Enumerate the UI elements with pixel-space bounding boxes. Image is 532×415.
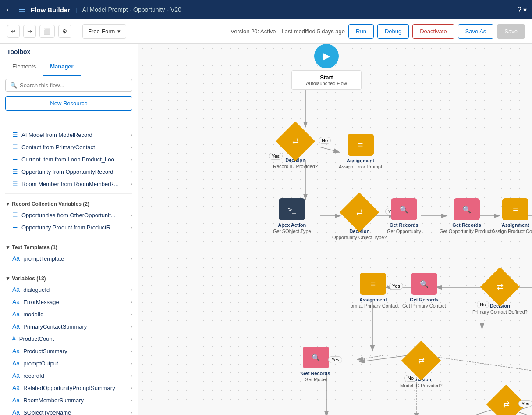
- record-icon: ☰: [12, 180, 18, 187]
- node-decision2[interactable]: ⇄ Decision Opportunity Object Type? Yes: [332, 198, 387, 241]
- sidebar-item-prompt-output[interactable]: Aa promptOutput ›: [0, 357, 138, 369]
- sidebar-item-current-item[interactable]: ☰ Current Item from Loop Product_Loo... …: [0, 153, 138, 165]
- yes-label: Yes: [328, 356, 342, 363]
- run-button[interactable]: Run: [348, 24, 374, 39]
- apex-shape: >_: [279, 198, 305, 220]
- node-assign-count[interactable]: = Assignment Assign Product Count: [492, 198, 532, 235]
- toolbox-title: Toolbox: [0, 44, 138, 58]
- text-templates-title[interactable]: ▼ Text Templates (1): [0, 241, 138, 252]
- decision-icon: ⇄: [418, 356, 425, 365]
- help-icon[interactable]: ? ▾: [518, 6, 527, 14]
- chevron-icon: ›: [131, 373, 132, 378]
- node-sublabel: Model ID Provided?: [400, 383, 443, 389]
- node-label: Get Records: [390, 222, 418, 228]
- tab-elements[interactable]: Elements: [5, 58, 43, 76]
- app-name: Flow Builder: [31, 6, 70, 14]
- sidebar-item-opp-product[interactable]: ☰ Opportunity Product from ProductR... ›: [0, 221, 138, 233]
- node-decision1[interactable]: ⇄ Decision Record ID Provided? Yes No: [273, 127, 318, 170]
- sidebar-item-record-id[interactable]: Aa recordId ›: [0, 369, 138, 382]
- sidebar-item-room-member-summary[interactable]: Aa RoomMemberSummary ›: [0, 394, 138, 406]
- svg-line-1: [320, 147, 340, 152]
- node-decision-primary[interactable]: ⇄ Decision Primary Contact Defined? No: [472, 273, 528, 315]
- sidebar-item-dialogue-id[interactable]: Aa dialogueId ›: [0, 283, 138, 296]
- node-label: Get Records: [452, 222, 481, 228]
- sidebar-item-prompt-template[interactable]: Aa promptTemplate ›: [0, 252, 138, 265]
- assignment-icon: =: [513, 204, 518, 215]
- record-icon: ☰: [12, 131, 18, 138]
- svg-line-23: [519, 412, 532, 415]
- layout-dropdown-label: Free-Form: [88, 28, 115, 35]
- record-vars-header[interactable]: —: [0, 117, 138, 129]
- main-layout: Toolbox Elements Manager 🔍 New Resource …: [0, 44, 532, 415]
- sidebar-item-ai-model[interactable]: ☰ AI Model from ModelRecord ›: [0, 129, 138, 141]
- node-get-model[interactable]: 🔍 Get Records Get Model Yes: [301, 347, 330, 383]
- diamond-shape: ⇄: [486, 385, 526, 415]
- sidebar-item-error-message[interactable]: Aa ErrorMessage ›: [0, 296, 138, 308]
- sidebar-item-product-count[interactable]: # ProductCount ›: [0, 333, 138, 345]
- node-decision-model[interactable]: ⇄ Decision Model ID Provided? No: [400, 347, 443, 389]
- chevron-icon: ›: [131, 324, 132, 329]
- sidebar-item-product-summary[interactable]: Aa ProductSummary ›: [0, 345, 138, 357]
- item-label: recordId: [23, 372, 127, 379]
- sidebar-item-primary-contact-summary[interactable]: Aa PrimaryContactSummary ›: [0, 320, 138, 333]
- node-label: Get Records: [301, 370, 330, 376]
- item-label: Opportunity from OpportunityRecord: [21, 168, 127, 175]
- chevron-icon: ›: [131, 299, 132, 304]
- node-assign-format-primary[interactable]: = Assignment Format Primary Contact: [348, 273, 399, 309]
- debug-button[interactable]: Debug: [377, 24, 409, 39]
- record-vars-section: — ☰ AI Model from ModelRecord › ☰ Contac…: [0, 115, 138, 192]
- variables-title[interactable]: ▼ Variables (13): [0, 272, 138, 283]
- chevron-icon: ›: [131, 336, 132, 341]
- search-container: 🔍: [5, 79, 132, 92]
- new-resource-button[interactable]: New Resource: [5, 96, 132, 111]
- tab-manager[interactable]: Manager: [43, 58, 80, 76]
- sidebar-item-sobject-type[interactable]: Aa SObjectTypeName ›: [0, 406, 138, 415]
- node-decision-exists[interactable]: ⇄ Decision Exists? Yes: [492, 390, 520, 415]
- start-label: Start: [301, 74, 352, 81]
- var-icon: Aa: [12, 347, 20, 354]
- deactivate-button[interactable]: Deactivate: [412, 24, 454, 39]
- node-sublabel: Assign Product Count: [492, 228, 532, 234]
- record-collection-title[interactable]: ▼ Record Collection Variables (2): [0, 197, 138, 209]
- sidebar-item-related-opp[interactable]: Aa RelatedOpportunityPromptSummary ›: [0, 382, 138, 394]
- chevron-icon: ›: [131, 144, 132, 150]
- sidebar-item-contact[interactable]: ☰ Contact from PrimaryContact ›: [0, 141, 138, 153]
- app-icon: ☰: [18, 5, 25, 14]
- var-icon: Aa: [12, 409, 20, 415]
- get-records-icon: 🔍: [312, 354, 320, 362]
- sidebar-item-model-id[interactable]: Aa modelId ›: [0, 308, 138, 320]
- node-sublabel: Get Opportunity Products: [440, 228, 494, 234]
- record-icon: ☰: [12, 143, 18, 150]
- save-button[interactable]: Save: [497, 24, 525, 39]
- save-as-button[interactable]: Save As: [458, 24, 494, 39]
- save-icon-button[interactable]: ⬜: [39, 25, 55, 38]
- section-label: Text Templates (1): [12, 244, 57, 250]
- expand-icon: ▼: [5, 275, 12, 282]
- undo-button[interactable]: ↩: [7, 25, 20, 38]
- back-button[interactable]: ←: [5, 5, 13, 14]
- start-node[interactable]: ▶ Start Autolaunched Flow: [291, 44, 362, 90]
- node-label: Apex Action: [278, 222, 306, 228]
- sidebar-item-opportunity[interactable]: ☰ Opportunity from OpportunityRecord ›: [0, 165, 138, 178]
- var-icon: Aa: [12, 298, 20, 305]
- layout-dropdown[interactable]: Free-Form ▾: [82, 24, 126, 39]
- node-get-primary-contact[interactable]: 🔍 Get Records Get Primary Contact Yes: [402, 273, 446, 309]
- flow-name: AI Model Prompt - Opportunity - V20: [82, 6, 181, 13]
- top-nav: ← ☰ Flow Builder | AI Model Prompt - Opp…: [0, 0, 532, 19]
- sidebar-item-opportunities[interactable]: ☰ Opportunities from OtherOpportunit... …: [0, 209, 138, 221]
- redo-button[interactable]: ↪: [23, 25, 36, 38]
- item-label: ProductSummary: [23, 348, 127, 354]
- sidebar-item-room-member[interactable]: ☰ Room Member from RoomMemberR... ›: [0, 178, 138, 190]
- node-get-opp-products[interactable]: 🔍 Get Records Get Opportunity Products: [440, 198, 494, 235]
- node-assign-error[interactable]: = Assignment Assign Error Prompt: [339, 134, 382, 170]
- apex-icon: >_: [288, 205, 296, 214]
- node-get-opp[interactable]: 🔍 Get Records Get Opportunity: [387, 198, 421, 235]
- search-input[interactable]: [20, 82, 128, 89]
- settings-button[interactable]: ⚙: [58, 25, 71, 38]
- collapse-icon: —: [5, 119, 11, 126]
- canvas[interactable]: ▶ Start Autolaunched Flow ⇄ Decision Rec…: [138, 44, 532, 415]
- record-icon: ☰: [12, 156, 18, 163]
- node-apex[interactable]: >_ Apex Action Get SObject Type: [273, 198, 311, 235]
- chevron-icon: ›: [131, 132, 132, 137]
- sidebar: Toolbox Elements Manager 🔍 New Resource …: [0, 44, 138, 415]
